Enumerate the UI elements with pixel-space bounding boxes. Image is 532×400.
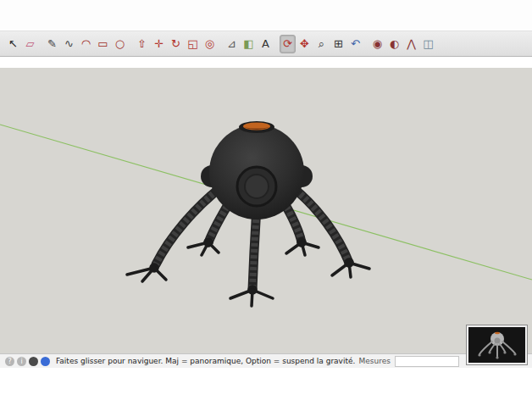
toolbar-spacer: [0, 57, 532, 68]
circle-icon: ○: [115, 38, 125, 49]
eraser-icon: ▱: [26, 38, 35, 49]
status-message: Faites glisser pour naviguer. Maj = pano…: [56, 357, 355, 365]
title-bar: [0, 0, 532, 31]
paint-bucket-icon: ◧: [243, 38, 253, 49]
tool-select-button[interactable]: ↖: [5, 35, 21, 53]
offset-icon: ◎: [205, 38, 214, 49]
line-icon: ✎: [47, 38, 57, 49]
push-pull-icon: ⇧: [137, 38, 147, 49]
rotate-icon: ↻: [171, 38, 180, 49]
tool-rotate-button[interactable]: ↻: [168, 35, 184, 53]
attribution-icon[interactable]: [29, 357, 38, 366]
tool-freehand-button[interactable]: ∿: [61, 35, 77, 53]
look-around-icon: ◐: [390, 38, 399, 49]
tool-zoom-button[interactable]: ⌕: [313, 35, 330, 53]
tape-measure-icon: ⊿: [227, 38, 236, 49]
tool-position-camera-button[interactable]: ◉: [369, 35, 385, 53]
tool-move-button[interactable]: ✛: [151, 35, 167, 53]
orbit-icon: ⟳: [283, 38, 292, 49]
text-icon: A: [262, 38, 269, 49]
tool-pan-button[interactable]: ✥: [296, 35, 313, 53]
window-bottom-space: [0, 368, 532, 400]
spider-robot-model[interactable]: [127, 121, 369, 306]
status-bar: ?i Faites glisser pour naviguer. Maj = p…: [0, 353, 532, 368]
walk-icon: ⋀: [407, 38, 416, 49]
freehand-icon: ∿: [64, 38, 74, 49]
tool-section-plane-button[interactable]: ◫: [420, 35, 436, 53]
status-icons: ?i: [5, 357, 50, 366]
info-icon[interactable]: i: [17, 357, 26, 366]
tool-tape-measure-button[interactable]: ⊿: [224, 35, 240, 53]
tool-zoom-extents-button[interactable]: ⊞: [330, 35, 346, 53]
rectangle-icon: ▭: [97, 38, 108, 49]
move-icon: ✛: [154, 38, 163, 49]
measurements-label: Mesures: [359, 357, 391, 365]
select-icon: ↖: [8, 38, 18, 49]
previous-view-icon: ↶: [351, 38, 360, 49]
tool-push-pull-button[interactable]: ⇧: [134, 35, 150, 53]
zoom-icon: ⌕: [319, 38, 324, 49]
model-preview-thumbnail[interactable]: [466, 325, 528, 365]
tool-text-button[interactable]: A: [258, 35, 274, 53]
tool-circle-button[interactable]: ○: [112, 35, 128, 53]
position-camera-icon: ◉: [373, 38, 382, 49]
section-plane-icon: ◫: [423, 38, 433, 49]
tool-paint-bucket-button[interactable]: ◧: [241, 35, 257, 53]
geolocation-icon[interactable]: [41, 357, 50, 366]
help-icon[interactable]: ?: [5, 357, 14, 366]
tool-eraser-button[interactable]: ▱: [22, 35, 38, 53]
model-preview-image: [468, 327, 525, 363]
scale-icon: ◱: [187, 38, 197, 49]
tool-previous-view-button[interactable]: ↶: [347, 35, 363, 53]
arc-icon: ◠: [81, 38, 91, 49]
tool-orbit-button[interactable]: ⟳: [280, 35, 296, 53]
toolbar: ↖▱✎∿◠▭○⇧✛↻◱◎⊿◧A⟳✥⌕⊞↶◉◐⋀◫: [0, 31, 532, 57]
tool-walk-button[interactable]: ⋀: [403, 35, 419, 53]
tool-scale-button[interactable]: ◱: [185, 35, 201, 53]
tool-line-button[interactable]: ✎: [44, 35, 60, 53]
pan-icon: ✥: [300, 38, 309, 49]
3d-viewport[interactable]: [0, 68, 532, 353]
sketchup-window: ↖▱✎∿◠▭○⇧✛↻◱◎⊿◧A⟳✥⌕⊞↶◉◐⋀◫: [0, 0, 532, 400]
measurements-input[interactable]: [395, 356, 459, 367]
tool-look-around-button[interactable]: ◐: [386, 35, 402, 53]
tool-arc-button[interactable]: ◠: [78, 35, 94, 53]
tool-offset-button[interactable]: ◎: [202, 35, 218, 53]
model-canvas[interactable]: [0, 68, 532, 353]
zoom-extents-icon: ⊞: [334, 38, 343, 49]
tool-rectangle-button[interactable]: ▭: [95, 35, 111, 53]
